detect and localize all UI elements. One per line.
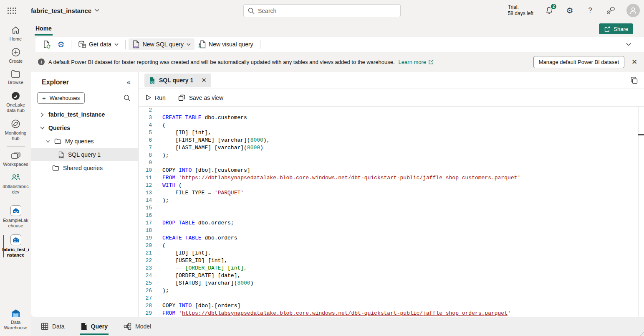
rail-item-onelake-data-hub[interactable]: OneLake data hub (0, 88, 31, 116)
code-line[interactable]: 4( (139, 122, 644, 129)
chevron-down-icon (46, 140, 50, 143)
code-line[interactable]: 25 [STATUS] [varchar](8000) (139, 280, 644, 287)
share-button[interactable]: Share (599, 23, 633, 34)
code-lines: 23CREATE TABLE dbo.customers4(5 [ID] [in… (139, 107, 644, 317)
code-line[interactable]: 29FROM 'https://dbtlabsynapsedatalake.bl… (139, 310, 644, 317)
tab-data[interactable]: Data (40, 318, 66, 335)
new-sql-query-button[interactable]: SQL New SQL query (129, 38, 194, 50)
rail-item-monitoring-hub[interactable]: Monitoring hub (0, 116, 31, 144)
rail-item-fabric-test-instance[interactable]: fabric_test_instance (0, 232, 31, 261)
line-number: 4 (139, 122, 152, 129)
code-line[interactable]: 22 [USER_ID] [int], (139, 257, 644, 265)
search-input[interactable] (258, 8, 396, 14)
code-line[interactable]: 8); (139, 152, 644, 159)
editor-scrollbar[interactable] (638, 107, 644, 317)
code-line[interactable]: 10COPY INTO [dbo].[customers] (139, 167, 644, 174)
notification-badge: 2 (550, 3, 557, 10)
run-button[interactable]: Run (146, 94, 166, 101)
add-warehouses-button[interactable]: + Warehouses (37, 92, 85, 104)
selected-indicator (3, 235, 4, 257)
tab-query[interactable]: Query (80, 318, 109, 335)
get-data-button[interactable]: Get data (74, 38, 122, 50)
code-line[interactable]: 16 (139, 212, 644, 219)
banner-close-icon[interactable]: ✕ (628, 58, 641, 66)
code-line[interactable]: 14); (139, 197, 644, 204)
explorer-search-icon[interactable] (124, 94, 131, 102)
monitoring-icon (11, 119, 20, 129)
notifications-button[interactable]: 2 (545, 6, 554, 15)
save-as-view-button[interactable]: Save as view (178, 94, 223, 101)
settings-button[interactable]: ⚙ (565, 6, 574, 15)
rail-item-workspaces[interactable]: Workspaces (0, 149, 31, 170)
line-number: 22 (139, 257, 152, 265)
tree-item-queries[interactable]: Queries (31, 121, 138, 135)
refresh-file-icon (43, 40, 51, 48)
code-line[interactable]: 26); (139, 287, 644, 295)
code-line[interactable]: 9 (139, 159, 644, 167)
svg-text:SQL: SQL (150, 81, 154, 83)
line-number: 16 (139, 212, 152, 219)
collapse-explorer-icon[interactable]: « (127, 78, 131, 87)
code-line[interactable]: 23 -- [ORDER_DATE] [int], (139, 265, 644, 272)
line-number: 20 (139, 242, 152, 249)
line-number: 5 (139, 129, 152, 137)
code-line[interactable]: 27 (139, 295, 644, 302)
code-line[interactable]: 12WITH ( (139, 182, 644, 189)
tree-item-sql-query-1[interactable]: SQL SQL query 1 (31, 148, 138, 161)
manage-dataset-button[interactable]: Manage default Power BI dataset (533, 56, 624, 68)
rail-item-examplelakehouse[interactable]: ExampleLakehouse (0, 202, 31, 232)
external-link-icon (428, 59, 434, 65)
code-line[interactable]: 28COPY INTO [dbo].[orders] (139, 302, 644, 310)
rail-item-data-warehouse[interactable]: Data Warehouse (0, 306, 31, 333)
query-editor: SQL SQL query 1 ✕ Run Save as view (139, 72, 644, 317)
code-line[interactable]: 3CREATE TABLE dbo.customers (139, 114, 644, 122)
sql-file-icon: SQL (132, 40, 140, 48)
global-search[interactable] (243, 4, 401, 17)
editor-tab-sql-query-1[interactable]: SQL SQL query 1 ✕ (144, 74, 211, 87)
resize-handle[interactable] (639, 331, 644, 336)
code-line[interactable]: 11FROM 'https://dbtlabsynapsedatalake.bl… (139, 174, 644, 182)
code-line[interactable]: 13 FILE_TYPE = 'PARQUET' (139, 189, 644, 197)
code-line[interactable]: 7 [LAST_NAME] [varchar](8000) (139, 144, 644, 152)
feedback-button[interactable] (606, 6, 615, 15)
close-tab-icon[interactable]: ✕ (201, 76, 207, 84)
app-launcher-icon[interactable] (0, 0, 23, 21)
code-line[interactable]: 5 [ID] [int], (139, 129, 644, 137)
code-area[interactable]: 23CREATE TABLE dbo.customers4(5 [ID] [in… (139, 107, 644, 317)
account-avatar[interactable] (626, 4, 640, 17)
code-line[interactable]: 20( (139, 242, 644, 249)
tab-model[interactable]: Model (123, 318, 152, 335)
rail-item-create[interactable]: Create (0, 45, 31, 67)
tree-item-my-queries[interactable]: My queries (31, 135, 138, 148)
query-settings-button[interactable]: ⚙ (54, 38, 68, 50)
new-visual-query-button[interactable]: New visual query (194, 38, 257, 50)
code-line[interactable]: 6 [FIRST_NAME] [varchar](8000), (139, 137, 644, 144)
learn-more-link[interactable]: Learn more (399, 59, 434, 65)
explorer-title: Explorer (42, 79, 69, 86)
code-line[interactable]: 18 (139, 227, 644, 234)
chevron-right-icon (40, 112, 44, 117)
collapse-ribbon-button[interactable] (621, 38, 636, 50)
rail-item-dbtlabsfabricdev[interactable]: dbtlabsfabricdev (0, 170, 31, 198)
top-bar: fabric_test_instance Trial: 58 days left… (0, 0, 644, 21)
editor-tab-bar: SQL SQL query 1 ✕ (139, 72, 644, 89)
rail-item-home[interactable]: Home (0, 23, 31, 45)
code-line[interactable]: 24 [ORDER_DATE] [date], (139, 272, 644, 280)
code-line[interactable]: 17DROP TABLE dbo.orders; (139, 219, 644, 227)
sql-file-icon: SQL (149, 77, 155, 84)
code-line[interactable]: 15 (139, 204, 644, 212)
help-button[interactable]: ? (586, 6, 595, 15)
code-line[interactable]: 2 (139, 107, 644, 114)
workspace-switcher[interactable]: fabric_test_instance (31, 7, 99, 14)
tree-item-shared-queries[interactable]: Shared queries (31, 161, 138, 175)
rail-item-browse[interactable]: Browse (0, 67, 31, 88)
code-line[interactable]: 19CREATE TABLE dbo.orders (139, 234, 644, 242)
copy-icon[interactable] (630, 76, 638, 84)
code-line[interactable]: 21 [ID] [int], (139, 249, 644, 257)
line-number: 10 (139, 167, 152, 174)
refresh-button[interactable] (40, 38, 54, 50)
tab-home[interactable]: Home (35, 22, 53, 36)
tree-item-instance[interactable]: fabric_test_instance (31, 108, 138, 121)
plus-circle-icon (11, 48, 20, 57)
rail-divider (7, 146, 25, 147)
